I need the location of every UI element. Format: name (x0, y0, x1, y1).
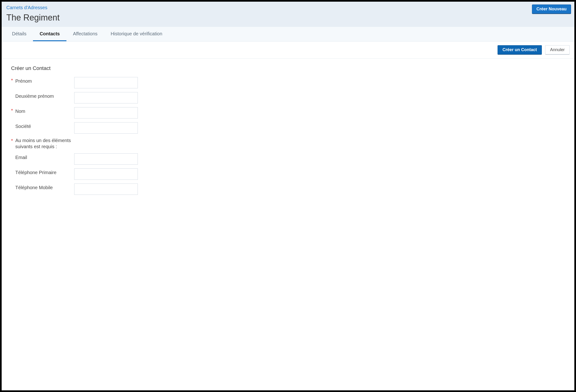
at-least-one-note: Au moins un des éléments suivants est re… (15, 137, 77, 150)
mobile-phone-label: Téléphone Mobile (15, 184, 74, 191)
required-indicator: * (11, 107, 15, 114)
tabs-bar: Détails Contacts Affectations Historique… (2, 27, 574, 41)
mobile-phone-input[interactable] (74, 184, 138, 195)
last-name-label: Nom (15, 107, 74, 114)
tab-assignments[interactable]: Affectations (66, 27, 104, 41)
tab-contacts[interactable]: Contacts (33, 27, 66, 41)
cancel-button[interactable]: Annuler (545, 45, 570, 55)
first-name-input[interactable] (74, 77, 138, 88)
company-label: Société (15, 122, 74, 129)
company-input[interactable] (74, 122, 138, 134)
tab-verification-history[interactable]: Historique de vérification (104, 27, 169, 41)
page-title: The Regiment (6, 13, 570, 23)
primary-phone-input[interactable] (74, 168, 138, 180)
required-indicator: * (11, 137, 15, 144)
middle-name-input[interactable] (74, 92, 138, 103)
breadcrumb-address-books[interactable]: Carnets d'Adresses (6, 5, 47, 10)
primary-phone-label: Téléphone Primaire (15, 168, 74, 175)
form-heading: Créer un Contact (11, 65, 565, 71)
create-contact-button[interactable]: Créer un Contact (497, 45, 542, 55)
tab-details[interactable]: Détails (5, 27, 33, 41)
first-name-label: Prénom (15, 77, 74, 84)
email-input[interactable] (74, 153, 138, 165)
middle-name-label: Deuxième prénom (15, 92, 74, 99)
page-header: Carnets d'Adresses The Regiment Créer No… (2, 2, 574, 27)
email-label: Email (15, 153, 74, 160)
create-contact-form: Créer un Contact * Prénom Deuxième préno… (2, 59, 574, 208)
required-indicator: * (11, 77, 15, 84)
action-bar: Créer un Contact Annuler (2, 41, 574, 59)
create-new-button[interactable]: Créer Nouveau (532, 4, 571, 14)
last-name-input[interactable] (74, 107, 138, 118)
